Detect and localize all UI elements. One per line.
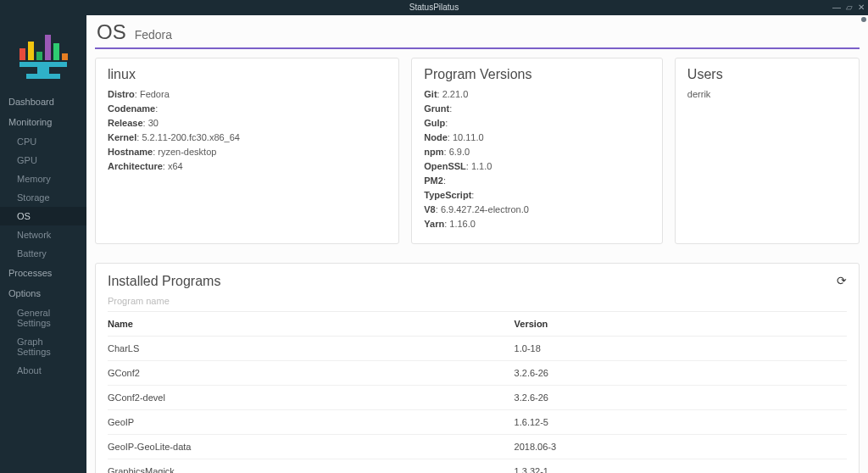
table-row[interactable]: CharLS1.0-18 xyxy=(108,337,847,361)
version-row: Node: 10.11.0 xyxy=(424,131,650,145)
sidebar-item-memory[interactable]: Memory xyxy=(0,170,86,188)
table-row[interactable]: GeoIP1.6.12-5 xyxy=(108,410,847,435)
linux-release-label: Release xyxy=(108,118,143,128)
column-header-name[interactable]: Name xyxy=(108,312,515,337)
linux-hostname-value: ryzen-desktop xyxy=(158,147,216,157)
user-entry: derrik xyxy=(687,87,847,102)
table-row[interactable]: GConf2-devel3.2.6-26 xyxy=(108,386,847,410)
sidebar-item-graph-settings[interactable]: Graph Settings xyxy=(0,332,86,361)
card-versions-title: Program Versions xyxy=(424,67,650,82)
sidebar-item-cpu[interactable]: CPU xyxy=(0,132,86,151)
card-linux: linux Distro: Fedora Codename: Release: … xyxy=(95,58,399,244)
accent-divider xyxy=(95,47,860,49)
sidebar-section-monitoring[interactable]: Monitoring xyxy=(0,112,86,132)
app-logo xyxy=(0,15,86,92)
version-row: V8: 6.9.427.24-electron.0 xyxy=(424,203,650,217)
sidebar-item-general-settings[interactable]: General Settings xyxy=(0,303,86,332)
window-titlebar: StatusPilatus — ▱ ✕ xyxy=(0,0,868,15)
refresh-icon[interactable]: ⟳ xyxy=(837,274,847,287)
sidebar-item-battery[interactable]: Battery xyxy=(0,244,86,263)
sidebar-item-os[interactable]: OS xyxy=(0,207,86,225)
sidebar-item-network[interactable]: Network xyxy=(0,225,86,244)
linux-arch-value: x64 xyxy=(168,161,183,171)
sidebar: Dashboard Monitoring CPU GPU Memory Stor… xyxy=(0,15,86,473)
page-subtitle: Fedora xyxy=(135,28,172,42)
table-row[interactable]: GeoIP-GeoLite-data2018.06-3 xyxy=(108,435,847,459)
maximize-icon[interactable]: ▱ xyxy=(846,0,853,15)
sidebar-item-about[interactable]: About xyxy=(0,361,86,380)
sidebar-item-storage[interactable]: Storage xyxy=(0,188,86,207)
close-icon[interactable]: ✕ xyxy=(858,0,865,15)
sidebar-item-gpu[interactable]: GPU xyxy=(0,151,86,170)
linux-distro-value: Fedora xyxy=(140,89,170,99)
sidebar-section-processes[interactable]: Processes xyxy=(0,263,86,283)
page-title: OS xyxy=(97,20,126,44)
card-users: Users derrik xyxy=(675,58,860,244)
version-row: Grunt: xyxy=(424,102,650,116)
linux-hostname-label: Hostname xyxy=(108,147,153,157)
installed-title: Installed Programs xyxy=(108,274,847,289)
version-row: OpenSSL: 1.1.0 xyxy=(424,159,650,174)
version-row: Git: 2.21.0 xyxy=(424,87,650,102)
linux-release-value: 30 xyxy=(148,118,159,128)
version-row: Yarn: 1.16.0 xyxy=(424,217,650,231)
version-row: PM2: xyxy=(424,174,650,188)
column-header-version[interactable]: Version xyxy=(515,312,847,337)
card-users-title: Users xyxy=(687,67,847,82)
linux-arch-label: Architecture xyxy=(108,161,163,171)
card-linux-title: linux xyxy=(108,67,387,82)
card-program-versions: Program Versions Git: 2.21.0Grunt: Gulp:… xyxy=(411,58,663,244)
linux-distro-label: Distro xyxy=(108,89,135,99)
card-installed-programs: Installed Programs ⟳ Name Version CharLS… xyxy=(95,263,860,473)
scrollbar-indicator xyxy=(861,17,866,22)
sidebar-section-dashboard[interactable]: Dashboard xyxy=(0,92,86,112)
linux-codename-label: Codename xyxy=(108,103,155,114)
table-row[interactable]: GraphicsMagick1.3.32-1 xyxy=(108,459,847,473)
program-search-input[interactable] xyxy=(108,289,847,311)
minimize-icon[interactable]: — xyxy=(832,0,841,15)
table-row[interactable]: GConf23.2.6-26 xyxy=(108,361,847,386)
linux-kernel-value: 5.2.11-200.fc30.x86_64 xyxy=(142,132,240,142)
window-title: StatusPilatus xyxy=(409,3,459,12)
version-row: TypeScript: xyxy=(424,188,650,203)
sidebar-section-options[interactable]: Options xyxy=(0,283,86,303)
version-row: npm: 6.9.0 xyxy=(424,145,650,159)
main-content: OS Fedora linux Distro: Fedora Codename:… xyxy=(86,15,868,473)
version-row: Gulp: xyxy=(424,116,650,131)
linux-kernel-label: Kernel xyxy=(108,132,136,142)
